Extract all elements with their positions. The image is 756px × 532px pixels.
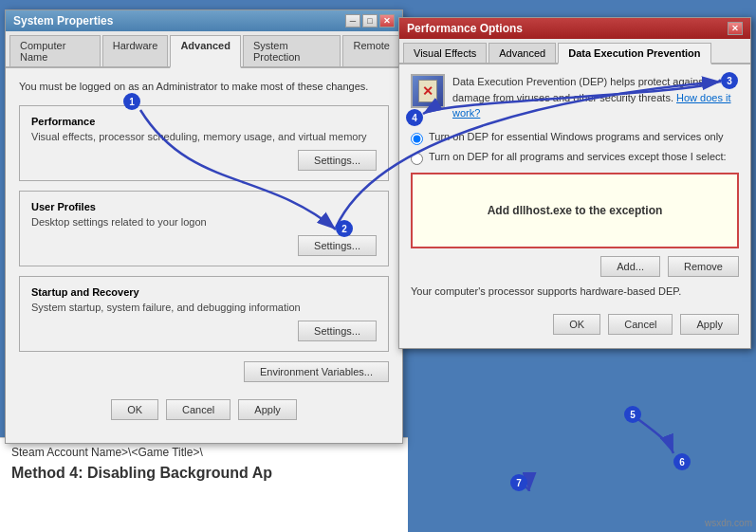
system-properties-title: System Properties <box>13 14 113 28</box>
performance-title: Performance <box>31 116 377 127</box>
annotation-2: 2 <box>336 220 353 237</box>
shield-x-icon <box>418 80 437 102</box>
dep-radio-essential[interactable] <box>411 133 423 145</box>
dep-desc-text: Data Execution Prevention (DEP) helps pr… <box>452 76 707 103</box>
perf-close-button[interactable]: ✕ <box>728 22 743 35</box>
perf-bottom-buttons: OK Cancel Apply <box>411 308 739 339</box>
tab-dep[interactable]: Data Execution Prevention <box>558 43 710 64</box>
dep-icon <box>411 74 445 108</box>
tab-system-protection[interactable]: System Protection <box>243 35 341 66</box>
user-profiles-settings-button[interactable]: Settings... <box>298 235 377 256</box>
tab-visual-effects[interactable]: Visual Effects <box>403 43 487 63</box>
minimize-button[interactable]: ─ <box>345 14 360 28</box>
perf-cancel-button[interactable]: Cancel <box>608 314 673 335</box>
annotation-6: 6 <box>673 453 691 470</box>
dep-radio-row-1: Turn on DEP for essential Windows progra… <box>411 131 739 145</box>
site-badge: wsxdn.com <box>705 518 752 528</box>
dep-description: Data Execution Prevention (DEP) helps pr… <box>452 74 739 121</box>
tab-computer-name[interactable]: Computer Name <box>9 35 101 66</box>
startup-recovery-desc: System startup, system failure, and debu… <box>31 302 377 313</box>
close-button[interactable]: ✕ <box>379 14 395 28</box>
add-button[interactable]: Add... <box>600 256 660 277</box>
dep-radio-row-2: Turn on DEP for all programs and service… <box>411 151 739 165</box>
performance-options-window: Performance Options ✕ Visual Effects Adv… <box>398 17 751 349</box>
user-profiles-title: User Profiles <box>31 201 377 212</box>
tab-remote[interactable]: Remote <box>342 35 400 66</box>
tab-hardware[interactable]: Hardware <box>102 35 169 66</box>
performance-options-titlebar: Performance Options ✕ <box>399 18 750 39</box>
dep-header: Data Execution Prevention (DEP) helps pr… <box>411 74 739 121</box>
dep-exception-list[interactable]: Add dllhost.exe to the exception <box>411 173 739 248</box>
performance-settings-button[interactable]: Settings... <box>298 150 377 171</box>
system-props-bottom-buttons: OK Cancel Apply <box>19 390 389 431</box>
performance-options-tabs: Visual Effects Advanced Data Execution P… <box>399 39 750 64</box>
performance-options-title: Performance Options <box>407 22 523 35</box>
processor-note: Your computer's processor supports hardw… <box>411 284 739 299</box>
performance-desc: Visual effects, processor scheduling, me… <box>31 131 377 142</box>
tab-advanced[interactable]: Advanced <box>489 43 556 63</box>
performance-section: Performance Visual effects, processor sc… <box>19 105 389 181</box>
annotation-1: 1 <box>123 93 140 110</box>
perf-apply-button[interactable]: Apply <box>680 314 739 335</box>
system-properties-content: You must be logged on as an Administrato… <box>6 68 402 443</box>
system-properties-titlebar: System Properties ─ □ ✕ <box>6 10 402 31</box>
performance-options-content: Data Execution Prevention (DEP) helps pr… <box>399 64 750 348</box>
apply-button[interactable]: Apply <box>238 399 297 420</box>
titlebar-controls: ─ □ ✕ <box>345 14 395 28</box>
remove-button[interactable]: Remove <box>668 256 739 277</box>
dep-radio-all-label: Turn on DEP for all programs and service… <box>429 151 727 162</box>
article-path: Steam Account Name>\<Game Title>\ <box>11 446 396 459</box>
ok-button[interactable]: OK <box>111 399 158 420</box>
article-background: Steam Account Name>\<Game Title>\ Method… <box>0 437 408 532</box>
startup-recovery-section: Startup and Recovery System startup, sys… <box>19 276 389 352</box>
dep-list-hint: Add dllhost.exe to the exception <box>488 204 663 217</box>
dep-radio-essential-label: Turn on DEP for essential Windows progra… <box>429 131 724 142</box>
cancel-button[interactable]: Cancel <box>166 399 230 420</box>
annotation-4: 4 <box>406 109 423 126</box>
dep-radio-all[interactable] <box>411 153 423 165</box>
admin-notice: You must be logged on as an Administrato… <box>19 80 389 94</box>
environment-variables-button[interactable]: Environment Variables... <box>244 361 389 382</box>
user-profiles-section: User Profiles Desktop settings related t… <box>19 191 389 266</box>
tab-advanced[interactable]: Advanced <box>170 35 241 68</box>
perf-ok-button[interactable]: OK <box>553 314 600 335</box>
article-title: Method 4: Disabling Background Ap <box>11 465 396 482</box>
add-remove-buttons: Add... Remove <box>411 256 739 277</box>
annotation-5: 5 <box>624 406 641 423</box>
startup-recovery-title: Startup and Recovery <box>31 286 377 298</box>
maximize-button[interactable]: □ <box>362 14 378 28</box>
user-profiles-desc: Desktop settings related to your logon <box>31 216 377 228</box>
annotation-7: 7 <box>510 474 527 491</box>
system-properties-tabs: Computer Name Hardware Advanced System P… <box>6 31 402 68</box>
env-vars-row: Environment Variables... <box>19 361 389 390</box>
startup-settings-button[interactable]: Settings... <box>298 321 377 341</box>
annotation-3: 3 <box>721 72 738 89</box>
